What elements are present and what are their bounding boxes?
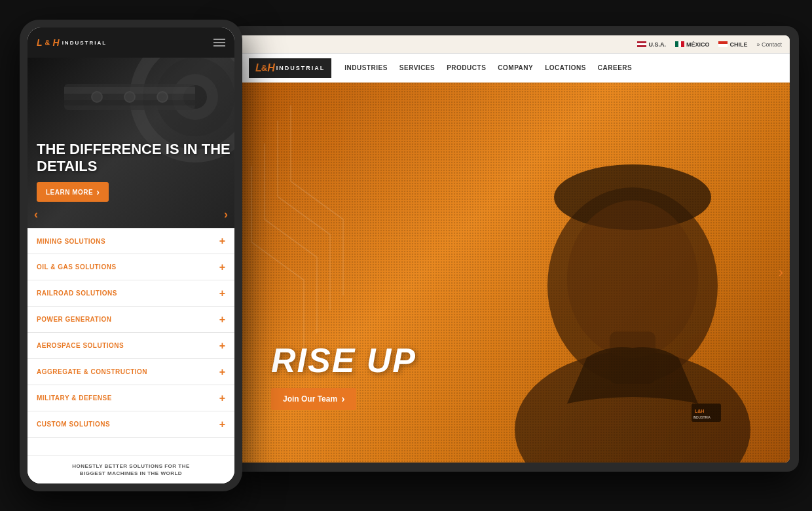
phone-next-arrow[interactable]: › bbox=[224, 208, 228, 221]
tablet-topbar: U.S.A. MÉXICO CHILE » Contact bbox=[238, 35, 790, 54]
tablet-hero-content: RISE UP Join Our Team bbox=[271, 343, 416, 410]
chile-label: CHILE bbox=[729, 41, 747, 48]
mexico-flag-icon bbox=[675, 41, 684, 47]
phone-screen: L & H INDUSTRIAL bbox=[28, 28, 234, 483]
logo-industrial-text: INDUSTRIAL bbox=[276, 65, 325, 71]
logo-h-text: H bbox=[267, 62, 274, 74]
logo-lh-text: L bbox=[255, 62, 261, 74]
phone-prev-arrow[interactable]: ‹ bbox=[34, 208, 38, 221]
plus-icon-oilgas: + bbox=[219, 261, 225, 273]
svg-point-15 bbox=[92, 92, 102, 102]
phone-hero-content: THE DIFFERENCE IS IN THE DETAILS LEARN M… bbox=[37, 141, 234, 202]
hamburger-line-1 bbox=[213, 39, 225, 40]
phone-nav: L & H INDUSTRIAL bbox=[28, 28, 234, 58]
menu-item-aggregate[interactable]: AGGREGATE & CONSTRUCTION + bbox=[28, 359, 234, 385]
plus-icon-power: + bbox=[219, 314, 225, 326]
tablet-nav-list: INDUSTRIES SERVICES PRODUCTS COMPANY LOC… bbox=[344, 64, 632, 71]
tablet-device: U.S.A. MÉXICO CHILE » Contact L & H bbox=[229, 26, 799, 472]
usa-flag-icon bbox=[637, 41, 646, 47]
svg-point-16 bbox=[124, 92, 135, 102]
hamburger-line-3 bbox=[213, 45, 225, 47]
chile-flag-icon bbox=[718, 41, 728, 47]
phone-device: L & H INDUSTRIAL bbox=[20, 20, 242, 491]
worker-image: L&H INDUSTRIA bbox=[495, 89, 770, 463]
menu-item-aerospace[interactable]: AEROSPACE SOLUTIONS + bbox=[28, 333, 234, 359]
tablet-hero: L&H INDUSTRIA RISE UP Join Our Team › bbox=[238, 83, 790, 463]
menu-item-custom[interactable]: CUSTOM SOLUTIONS + bbox=[28, 411, 234, 438]
scene: U.S.A. MÉXICO CHILE » Contact L & H bbox=[0, 0, 812, 511]
phone-logo-l: L bbox=[37, 37, 43, 48]
plus-icon-aerospace: + bbox=[219, 340, 225, 352]
contact-link[interactable]: » Contact bbox=[756, 41, 782, 48]
phone-logo[interactable]: L & H INDUSTRIAL bbox=[37, 37, 107, 48]
svg-point-4 bbox=[567, 200, 698, 358]
menu-item-military[interactable]: MILITARY & DEFENSE + bbox=[28, 385, 234, 411]
phone-hero-arrows: ‹ › bbox=[28, 208, 234, 221]
plus-icon-aggregate: + bbox=[219, 366, 225, 378]
hamburger-line-2 bbox=[213, 42, 225, 43]
svg-text:L&H: L&H bbox=[695, 409, 704, 413]
mexico-label: MÉXICO bbox=[686, 41, 710, 48]
svg-text:INDUSTRIA: INDUSTRIA bbox=[693, 415, 711, 419]
phone-menu: MINING SOLUTIONS + OIL & GAS SOLUTIONS +… bbox=[28, 228, 234, 455]
usa-label: U.S.A. bbox=[648, 41, 666, 48]
phone-logo-industrial: INDUSTRIAL bbox=[62, 40, 107, 46]
nav-careers[interactable]: CAREERS bbox=[598, 64, 632, 71]
flag-usa[interactable]: U.S.A. bbox=[637, 41, 666, 48]
menu-item-mining[interactable]: MINING SOLUTIONS + bbox=[28, 228, 234, 254]
phone-logo-amp: & bbox=[45, 39, 50, 47]
hamburger-menu[interactable] bbox=[213, 39, 225, 47]
flag-chile[interactable]: CHILE bbox=[718, 41, 747, 48]
phone-hero: THE DIFFERENCE IS IN THE DETAILS LEARN M… bbox=[28, 58, 234, 228]
menu-item-oilgas[interactable]: OIL & GAS SOLUTIONS + bbox=[28, 254, 234, 280]
tablet-screen: U.S.A. MÉXICO CHILE » Contact L & H bbox=[238, 35, 790, 463]
tablet-logo[interactable]: L & H INDUSTRIAL bbox=[249, 58, 331, 78]
svg-point-17 bbox=[157, 92, 168, 102]
phone-footer-text: HONESTLY BETTER SOLUTIONS FOR THEBIGGEST… bbox=[34, 463, 228, 477]
tablet-nav: L & H INDUSTRIAL INDUSTRIES SERVICES PRO… bbox=[238, 54, 790, 83]
phone-hero-title: THE DIFFERENCE IS IN THE DETAILS bbox=[37, 141, 234, 174]
plus-icon-mining: + bbox=[219, 235, 225, 247]
hero-next-arrow[interactable]: › bbox=[779, 264, 783, 281]
plus-icon-military: + bbox=[219, 392, 225, 404]
menu-item-railroad[interactable]: RAILROAD SOLUTIONS + bbox=[28, 280, 234, 307]
flag-mexico[interactable]: MÉXICO bbox=[675, 41, 710, 48]
phone-logo-h: H bbox=[53, 37, 60, 48]
plus-icon-railroad: + bbox=[219, 288, 225, 299]
logo-amp-text: & bbox=[261, 63, 267, 73]
phone-footer: HONESTLY BETTER SOLUTIONS FOR THEBIGGEST… bbox=[28, 455, 234, 483]
nav-locations[interactable]: LOCATIONS bbox=[545, 64, 586, 71]
menu-item-power[interactable]: POWER GENERATION + bbox=[28, 307, 234, 333]
nav-products[interactable]: PRODUCTS bbox=[447, 64, 486, 71]
nav-company[interactable]: COMPANY bbox=[498, 64, 533, 71]
plus-icon-custom: + bbox=[219, 419, 225, 430]
nav-services[interactable]: SERVICES bbox=[399, 64, 435, 71]
nav-industries[interactable]: INDUSTRIES bbox=[344, 64, 388, 71]
join-team-button[interactable]: Join Our Team bbox=[271, 388, 356, 410]
learn-more-button[interactable]: LEARN MORE bbox=[37, 182, 109, 202]
hero-headline: RISE UP bbox=[271, 343, 416, 377]
